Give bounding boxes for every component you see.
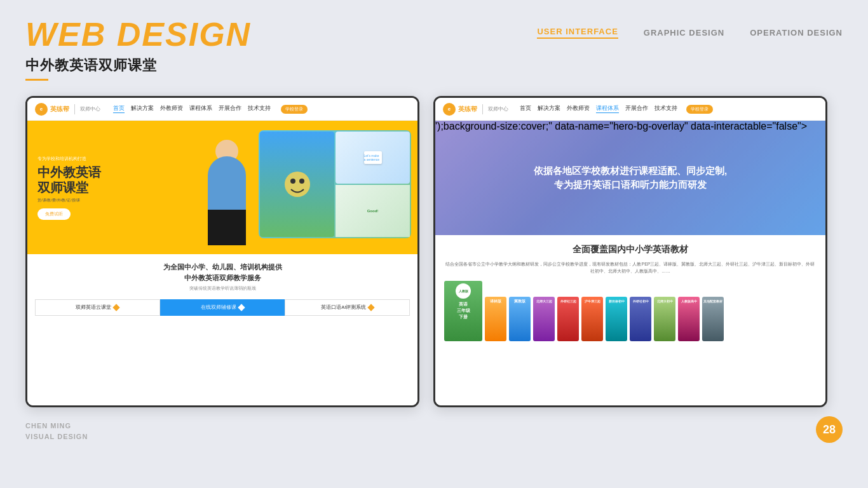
right-mockup: e 英练帮 双师中心 首页 解决方案 外教师资 课程体系 开展合作 技术支持 学… xyxy=(435,98,825,405)
left-logo: e 英练帮 双师中心 xyxy=(35,103,100,116)
left-hero-text: 专为学校和培训机构打造 中外教英语 双师课堂 赏/课/教/费/外/教/证/授/课… xyxy=(27,146,111,230)
left-tab-3[interactable]: 英语口语AI评测系统 xyxy=(285,299,410,316)
left-mockup: e 英练帮 双师中心 首页 解决方案 外教师资 课程体系 开展合作 技术支持 学… xyxy=(27,98,417,405)
right-nav-link-6[interactable]: 技术支持 xyxy=(654,105,677,113)
right-screenshot-frame: e 英练帮 双师中心 首页 解决方案 外教师资 课程体系 开展合作 技术支持 学… xyxy=(433,96,827,407)
left-tab-1[interactable]: 双师英语云课堂 xyxy=(35,299,160,316)
screen-cell-bottom: Good! xyxy=(336,185,410,237)
tab-graphic-design[interactable]: GRAPHIC DESIGN xyxy=(644,28,724,37)
book-1: 人教版 英语三年级下册 xyxy=(444,281,482,341)
right-mockup-nav: e 英练帮 双师中心 首页 解决方案 外教师资 课程体系 开展合作 技术支持 学… xyxy=(435,98,825,121)
book-5: 外研社三起 xyxy=(557,297,579,341)
book-11: 其他配套教材 xyxy=(702,297,724,341)
left-nav-link-5[interactable]: 开展合作 xyxy=(219,105,241,113)
page-main-title: WEB DESIGN xyxy=(25,18,251,51)
book-label-8: 外研社初中 xyxy=(633,299,649,303)
footer-subtitle: VISUAL DESIGN xyxy=(25,431,88,443)
screen-mockup: Let's make a sentence Good! xyxy=(259,130,411,238)
tab-diamond-icon-1 xyxy=(113,304,120,311)
svg-point-2 xyxy=(299,179,304,184)
book-label-5: 外研社三起 xyxy=(560,299,576,303)
book-label-3: 冀教版 xyxy=(514,299,526,304)
right-logo-divider xyxy=(482,104,483,114)
left-bottom-tabs: 双师英语云课堂 在线双师辅修课 英语口语AI评测系统 xyxy=(35,299,410,316)
book-10: 人教版高中 xyxy=(678,297,700,341)
page-header: WEB DESIGN 中外教英语双师课堂 USER INTERFACE GRAP… xyxy=(0,0,868,81)
right-mockup-bottom: 全面覆盖国内中小学英语教材 结合全国各省市公立中小学教学大纲和教材研发，同步公立… xyxy=(435,235,825,405)
book-2: 译林版 xyxy=(485,297,506,341)
right-logo: e 英练帮 双师中心 xyxy=(443,103,508,116)
screen-inner: Let's make a sentence Good! xyxy=(259,130,411,238)
left-mockup-bottom: 为全国中小学、幼儿园、培训机构提供 中外教英语双师教学服务 突破传统英语教学听说… xyxy=(27,254,417,405)
page-footer: CHEN MING VISUAL DESIGN 28 xyxy=(0,407,868,452)
left-hero-btn[interactable]: 免费试听 xyxy=(37,208,71,220)
left-tab-2[interactable]: 在线双师辅修课 xyxy=(160,299,285,316)
left-logo-sub: 双师中心 xyxy=(80,105,100,112)
book-4: 北师大三起 xyxy=(533,297,555,341)
left-bottom-text: 为全国中小学、幼儿园、培训机构提供 中外教英语双师教学服务 xyxy=(35,262,410,283)
right-logo-sub: 双师中心 xyxy=(488,105,508,112)
footer-name: CHEN MING xyxy=(25,421,88,432)
right-nav-link-2[interactable]: 解决方案 xyxy=(538,105,560,113)
left-hero: 专为学校和培训机构打造 中外教英语 双师课堂 赏/课/教/费/外/教/证/授/课… xyxy=(27,121,417,254)
right-logo-text: 英练帮 xyxy=(458,105,477,114)
footer-author: CHEN MING VISUAL DESIGN xyxy=(25,421,88,443)
book-label-2: 译林版 xyxy=(490,299,501,304)
left-hero-title: 中外教英语 双师课堂 xyxy=(37,165,101,195)
tab-user-interface[interactable]: USER INTERFACE xyxy=(537,27,618,39)
logo-divider xyxy=(74,104,75,114)
page-number: 28 xyxy=(816,416,843,443)
book-7: 新目标初中 xyxy=(606,297,627,341)
left-hero-title-line2: 双师课堂 xyxy=(37,180,88,194)
left-hero-image: Let's make a sentence Good! xyxy=(176,121,417,254)
title-block: WEB DESIGN 中外教英语双师课堂 xyxy=(25,18,251,81)
left-bottom-line1: 为全国中小学、幼儿园、培训机构提供 xyxy=(163,263,282,271)
left-nav-link-3[interactable]: 外教师资 xyxy=(160,105,183,113)
book-label-9: 北师大初中 xyxy=(657,299,673,303)
right-hero-title-line1: 依据各地区学校教材进行课程适配、同步定制, xyxy=(534,164,727,179)
left-nav-link-1[interactable]: 首页 xyxy=(113,105,125,113)
logo-icon: e xyxy=(35,103,48,116)
right-logo-icon: e xyxy=(443,103,456,116)
book-label-10: 人教版高中 xyxy=(681,299,697,303)
left-bottom-line2: 中外教英语双师教学服务 xyxy=(184,274,261,281)
right-nav-link-3[interactable]: 外教师资 xyxy=(567,105,590,113)
books-row: 人教版 英语三年级下册 译林版 冀教版 北师大三起 外研社三起 xyxy=(444,281,817,341)
book-badge-1: 人教版 xyxy=(456,283,471,299)
book-label-1: 英语三年级下册 xyxy=(457,301,470,320)
nav-tabs: USER INTERFACE GRAPHIC DESIGN OPERATION … xyxy=(537,18,843,39)
right-hero: ');background-size:cover;" data-name="he… xyxy=(435,121,825,235)
tab-operation-design[interactable]: OPERATION DESIGN xyxy=(750,28,843,37)
person-figure xyxy=(201,140,252,254)
book-9: 北师大初中 xyxy=(654,297,675,341)
tab-diamond-icon-2 xyxy=(238,304,245,311)
book-label-11: 其他配套教材 xyxy=(703,299,722,303)
left-screenshot-frame: e 英练帮 双师中心 首页 解决方案 外教师资 课程体系 开展合作 技术支持 学… xyxy=(25,96,419,407)
left-hero-desc: 赏/课/教/费/外/教/证/授/课 xyxy=(37,198,101,203)
left-hero-small-text: 专为学校和培训机构打造 xyxy=(37,156,101,162)
right-nav-link-5[interactable]: 开展合作 xyxy=(625,105,648,113)
right-hero-text: 依据各地区学校教材进行课程适配、同步定制, 专为提升英语口语和听力能力而研发 xyxy=(534,164,727,193)
book-label-6: 沪牛津三起 xyxy=(585,299,600,303)
screenshots-row: e 英练帮 双师中心 首页 解决方案 外教师资 课程体系 开展合作 技术支持 学… xyxy=(0,81,868,407)
left-hero-title-line1: 中外教英语 xyxy=(37,165,101,179)
svg-point-1 xyxy=(290,179,295,184)
book-3: 冀教版 xyxy=(509,297,531,341)
left-nav-links: 首页 解决方案 外教师资 课程体系 开展合作 技术支持 xyxy=(113,105,271,113)
right-nav-link-1[interactable]: 首页 xyxy=(520,105,531,113)
left-nav-link-2[interactable]: 解决方案 xyxy=(131,105,154,113)
left-nav-link-4[interactable]: 课程体系 xyxy=(189,105,212,113)
book-6: 沪牛津三起 xyxy=(581,297,603,341)
person-body xyxy=(208,156,246,245)
right-nav-link-4[interactable]: 课程体系 xyxy=(596,105,619,113)
tab-diamond-icon-3 xyxy=(368,304,375,311)
left-nav-btn[interactable]: 学校登录 xyxy=(281,105,308,114)
right-nav-btn[interactable]: 学校登录 xyxy=(686,105,713,114)
book-label-4: 北师大三起 xyxy=(536,299,552,303)
page-subtitle: 中外教英语双师课堂 xyxy=(25,56,251,75)
left-logo-text: 英练帮 xyxy=(50,105,69,114)
left-nav-link-6[interactable]: 技术支持 xyxy=(248,105,271,113)
left-bottom-sub: 突破传统英语教学听说薄弱的瓶颈 xyxy=(35,285,410,292)
right-section-title: 全面覆盖国内中小学英语教材 xyxy=(444,244,817,255)
right-hero-title-line2: 专为提升英语口语和听力能力而研发 xyxy=(534,178,727,193)
